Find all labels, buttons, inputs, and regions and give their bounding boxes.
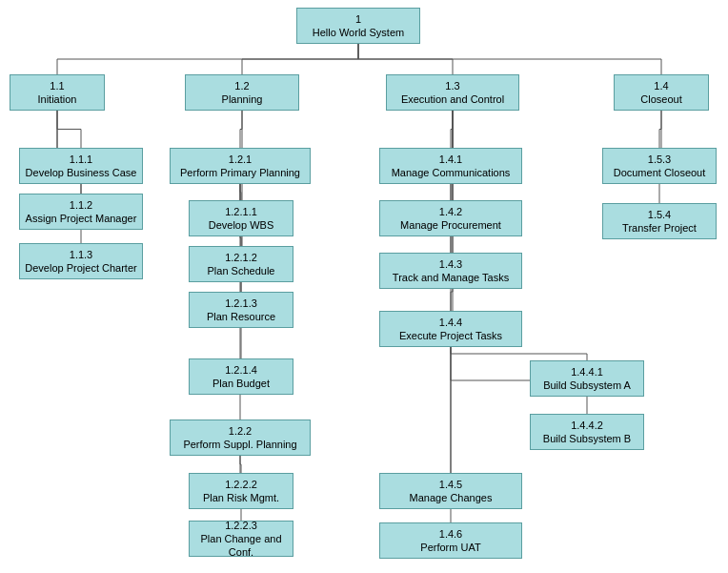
node-label: Manage Changes	[410, 491, 493, 504]
node-label: Develop WBS	[209, 218, 273, 232]
node-number: 1.1.3	[70, 248, 92, 261]
wbs-node-n1212: 1.2.1.2Plan Schedule	[189, 246, 293, 282]
wbs-node-n14: 1.4Closeout	[614, 74, 709, 111]
node-number: 1.4.4.2	[571, 419, 603, 432]
node-number: 1.4.4.1	[571, 365, 603, 379]
node-label: Execution and Control	[401, 92, 504, 106]
node-label: Plan Schedule	[208, 264, 275, 277]
node-label: Assign Project Manager	[26, 212, 137, 225]
wbs-node-n121: 1.2.1Perform Primary Planning	[170, 148, 311, 184]
wbs-node-n154: 1.5.4Transfer Project	[602, 203, 717, 239]
wbs-node-n122: 1.2.2Perform Suppl. Planning	[170, 420, 311, 456]
node-number: 1	[355, 12, 361, 26]
node-number: 1.2.2.2	[225, 478, 257, 491]
node-number: 1.2.2.3	[225, 519, 257, 532]
node-number: 1.4.1	[439, 153, 462, 166]
node-number: 1.5.3	[648, 153, 671, 166]
wbs-node-n145: 1.4.5Manage Changes	[379, 473, 522, 509]
node-label: Document Closeout	[614, 166, 706, 179]
wbs-node-n1442: 1.4.4.2Build Subsystem B	[530, 414, 644, 450]
node-label: Perform UAT	[420, 541, 480, 554]
node-number: 1.2.1.3	[225, 297, 257, 310]
node-label: Plan Change and Conf.	[193, 532, 289, 560]
node-number: 1.4.6	[439, 527, 462, 541]
node-label: Build Subsystem B	[543, 432, 631, 445]
wbs-node-n112: 1.1.2Assign Project Manager	[19, 194, 143, 230]
node-label: Execute Project Tasks	[399, 329, 502, 342]
node-number: 1.2.1.1	[225, 205, 257, 218]
node-number: 1.4.3	[439, 257, 462, 271]
node-label: Develop Project Charter	[25, 261, 136, 275]
node-label: Plan Risk Mgmt.	[203, 491, 279, 504]
node-label: Planning	[222, 92, 263, 106]
node-number: 1.4.2	[439, 205, 462, 218]
node-number: 1.2.2	[229, 424, 252, 438]
wbs-node-n1211: 1.2.1.1Develop WBS	[189, 200, 293, 236]
wbs-node-n1213: 1.2.1.3Plan Resource	[189, 292, 293, 328]
node-label: Track and Manage Tasks	[393, 271, 509, 284]
wbs-node-n144: 1.4.4Execute Project Tasks	[379, 311, 522, 347]
node-label: Manage Procurement	[400, 218, 501, 232]
wbs-node-n1214: 1.2.1.4Plan Budget	[189, 358, 293, 395]
wbs-node-n142: 1.4.2Manage Procurement	[379, 200, 522, 236]
wbs-node-n113: 1.1.3Develop Project Charter	[19, 243, 143, 279]
wbs-node-n143: 1.4.3Track and Manage Tasks	[379, 253, 522, 289]
wbs-node-n13: 1.3Execution and Control	[386, 74, 519, 111]
wbs-node-n111: 1.1.1Develop Business Case	[19, 148, 143, 184]
node-label: Build Subsystem A	[543, 379, 631, 392]
node-number: 1.1	[50, 79, 64, 92]
node-label: Initiation	[38, 92, 77, 106]
node-number: 1.4	[654, 79, 668, 92]
wbs-node-n1222: 1.2.2.2Plan Risk Mgmt.	[189, 473, 293, 509]
wbs-node-n141: 1.4.1Manage Communications	[379, 148, 522, 184]
node-number: 1.5.4	[648, 208, 671, 221]
wbs-node-n11: 1.1Initiation	[10, 74, 105, 111]
node-label: Plan Resource	[207, 310, 275, 323]
wbs-node-n1223: 1.2.2.3Plan Change and Conf.	[189, 521, 293, 557]
node-number: 1.2.1	[229, 153, 252, 166]
node-number: 1.3	[445, 79, 459, 92]
node-number: 1.2	[234, 79, 249, 92]
wbs-node-n12: 1.2Planning	[185, 74, 299, 111]
node-label: Plan Budget	[212, 377, 270, 390]
node-label: Closeout	[640, 92, 681, 106]
node-number: 1.2.1.2	[225, 251, 257, 264]
node-label: Hello World System	[313, 26, 404, 39]
node-label: Transfer Project	[622, 221, 697, 235]
wbs-node-n146: 1.4.6Perform UAT	[379, 522, 522, 559]
node-number: 1.1.1	[70, 153, 92, 166]
wbs-node-n1441: 1.4.4.1Build Subsystem A	[530, 360, 644, 397]
node-label: Perform Suppl. Planning	[183, 438, 296, 451]
wbs-node-root: 1Hello World System	[296, 8, 420, 44]
node-number: 1.4.4	[439, 316, 462, 329]
node-number: 1.1.2	[70, 198, 92, 212]
node-label: Perform Primary Planning	[180, 166, 300, 179]
node-label: Develop Business Case	[26, 166, 137, 179]
wbs-node-n153: 1.5.3Document Closeout	[602, 148, 717, 184]
node-number: 1.4.5	[439, 478, 462, 491]
node-label: Manage Communications	[392, 166, 511, 179]
node-number: 1.2.1.4	[225, 363, 257, 377]
